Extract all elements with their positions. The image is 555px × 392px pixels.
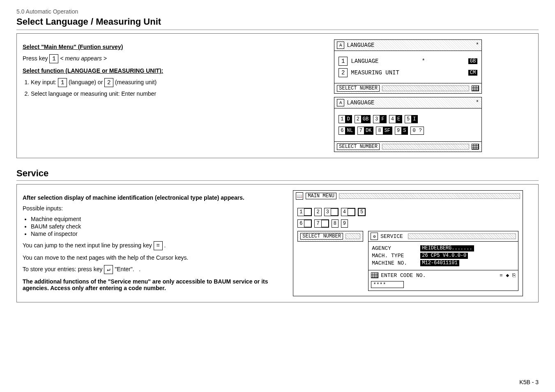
mainmenu-footer-fill [345, 233, 360, 239]
step1-mid2: (measuring unit) [115, 79, 157, 85]
language-icon: A [337, 99, 344, 106]
mainmenu-title-fill [339, 193, 520, 199]
step1-mid1: (language) or [69, 79, 103, 85]
screenB-row1: 1D 2GB 3F 4E 5I [339, 115, 477, 123]
opt-n: 4 [389, 115, 396, 123]
store-text-1: To store your entries: press key [23, 266, 103, 272]
heading-select-function: Select function (LANGUAGE or MEASURING U… [23, 67, 272, 74]
machine-no-value: M12-64011101 [420, 260, 459, 266]
screenA-opt1-label: LANGUAGE [351, 58, 378, 65]
press-key-after: < menu appears > [60, 55, 107, 62]
page-title-2: Service [16, 168, 539, 181]
mainmenu-title: MAIN MENU [306, 193, 336, 199]
screenB-asterisk: * [476, 99, 479, 106]
jump-row: You can jump to the next input line by p… [23, 241, 272, 250]
screenB-title: LANGUAGE [347, 99, 374, 106]
store-row: To store your entries: press key ↵ "Ente… [23, 265, 272, 274]
tile-icon [304, 220, 311, 227]
screenB-footer: SELECT NUMBER [337, 143, 380, 150]
opt-n: 5 [405, 115, 411, 123]
opt-n: 0 [411, 127, 417, 134]
screenA-opt2-label: MEASURING UNIT [351, 69, 399, 76]
key-enter: ↵ [104, 265, 113, 274]
step-1: Key input: 1 (language) or 2 (measuring … [31, 78, 272, 87]
mainmenu-row1: 1 2 3 4 5 [297, 208, 518, 216]
opt-c: S [401, 127, 408, 134]
keypad-icon [472, 144, 479, 150]
service-title-fill [408, 233, 516, 239]
tile-icon [304, 208, 311, 216]
step1-pre: Key input: [31, 79, 56, 85]
heading-main-menu: Select "Main Menu" (Funtion survey) [23, 44, 272, 50]
opt-n: 8 [376, 127, 382, 134]
screenA-opt2-badge: CM [468, 70, 477, 76]
service-title: SERVICE [380, 233, 403, 240]
screenA-opt2-num: 2 [339, 68, 348, 77]
enter-code-label: ENTER CODE NO. [381, 272, 426, 279]
tile: 9 [341, 220, 348, 227]
section-service: After selection display of machine ident… [16, 184, 539, 302]
move-row: You can move to the next pages with the … [23, 254, 272, 261]
screenA-title: LANGUAGE [347, 42, 374, 48]
screenB-footer-fill [382, 144, 469, 150]
tile-selected: 5 [359, 209, 365, 215]
keypad-icon [472, 85, 479, 91]
section-language-unit: Select "Main Menu" (Funtion survey) Pres… [16, 33, 539, 158]
press-key-label: Press key [23, 55, 48, 62]
step-2: Select language or measuring unit: Enter… [31, 90, 272, 97]
mach-type-label: MACH. TYPE [372, 253, 417, 259]
key-equals: = [154, 241, 163, 250]
opt-c: ? [417, 127, 424, 134]
possible-inputs-label: Possible inputs: [23, 205, 272, 212]
opt-c: SF [383, 127, 392, 134]
service-note: The additional functions of the "Service… [23, 278, 268, 291]
tile: 8 [332, 220, 338, 227]
code-entry[interactable]: **** [371, 281, 404, 288]
bullet-1: Machine equipment [31, 216, 272, 222]
bullet-3: Name of inspector [31, 231, 272, 237]
service-icon: ⚙ [371, 233, 378, 240]
opt-n: 7 [358, 127, 364, 134]
mainmenu-footer: SELECT NUMBER [300, 233, 343, 240]
press-key-row: Press key 1 < menu appears > [23, 54, 272, 63]
opt-c: DK [364, 127, 373, 134]
screen-language-select: A LANGUAGE * 1D 2GB 3F 4E 5I 6NL 7DK 8SF… [334, 97, 482, 152]
step1-key-2: 2 [104, 78, 113, 87]
opt-c: D [345, 115, 351, 123]
tile: 1 [298, 208, 304, 216]
language-icon: A [337, 42, 344, 49]
tile-icon [348, 208, 355, 216]
keypad-icon [371, 272, 378, 278]
opt-c: E [396, 115, 402, 123]
machine-no-label: MACHINE NO. [372, 260, 417, 266]
jump-text-1: You can jump to the next input line by p… [23, 242, 152, 249]
tile: 4 [341, 208, 348, 216]
screenA-opt1-badge: GB [468, 58, 477, 64]
screenA-asterisk: * [476, 42, 479, 48]
mach-type-value: 26 CP5 V4.0.0-0 [420, 253, 468, 259]
opt-n: 9 [395, 127, 401, 134]
opt-c: I [411, 115, 417, 123]
tile: 7 [315, 220, 321, 227]
page-title-1: Select Language / Measuring Unit [16, 16, 539, 30]
opt-n: 6 [339, 127, 345, 134]
store-text-2: "Enter". [115, 266, 134, 272]
possible-inputs-list: Machine equipment BAUM safety check Name… [23, 216, 272, 237]
tile-icon [321, 220, 329, 227]
screenA-opt1-num: 1 [339, 57, 348, 66]
screen-language-menu: A LANGUAGE * 1 LANGUAGE * GB 2 MEASURING… [334, 39, 482, 94]
screenA-footer: SELECT NUMBER [337, 85, 380, 92]
screenA-footer-fill [382, 85, 469, 91]
opt-c: F [380, 115, 386, 123]
page-number: K5B - 3 [519, 379, 539, 385]
tile-icon [331, 208, 338, 216]
opt-n: 3 [373, 115, 380, 123]
opt-n: 1 [339, 115, 345, 123]
opt-n: 2 [355, 115, 361, 123]
agency-label: AGENCY [372, 245, 417, 251]
tile: 2 [315, 208, 321, 216]
steps-list: Key input: 1 (language) or 2 (measuring … [23, 78, 272, 97]
agency-value: HEIDELBERG....... [420, 245, 474, 251]
book-icon: 📖 [296, 192, 303, 200]
screen-service: ⚙ SERVICE AGENCY HEIDELBERG....... MACH.… [368, 231, 518, 291]
